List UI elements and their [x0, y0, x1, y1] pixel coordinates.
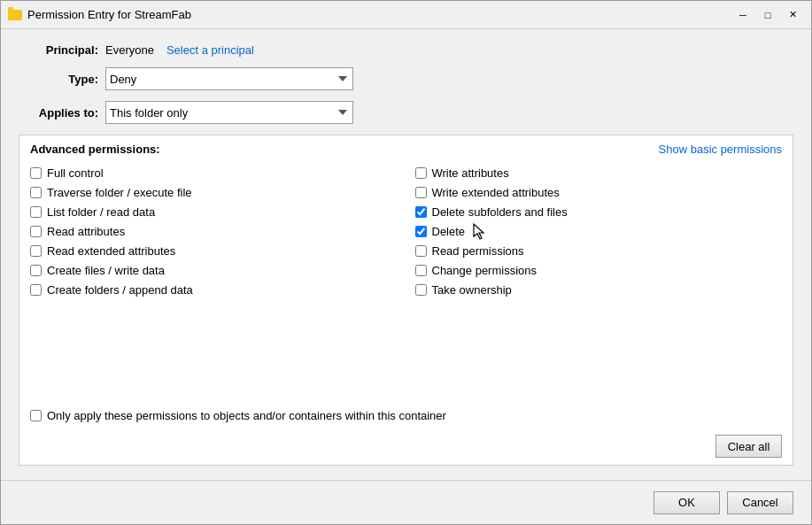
cancel-button[interactable]: Cancel [727, 491, 793, 514]
applies-to-select[interactable]: This folder only This folder, subfolders… [105, 101, 353, 124]
label-create-folders: Create folders / append data [47, 283, 193, 297]
checkbox-create-folders[interactable] [30, 284, 42, 296]
perm-row-create-files: Create files / write data [30, 260, 398, 280]
only-apply-label: Only apply these permissions to objects … [47, 409, 446, 422]
label-list-folder: List folder / read data [47, 205, 155, 219]
checkbox-traverse[interactable] [30, 187, 42, 198]
perm-row-read-extended: Read extended attributes [30, 241, 398, 260]
checkbox-write-extended[interactable] [415, 187, 427, 198]
advanced-title: Advanced permissions: [30, 143, 160, 156]
title-bar-controls: ─ □ ✕ [731, 5, 804, 25]
perm-row-write-attributes: Write attributes [415, 163, 783, 182]
checkbox-take-ownership[interactable] [415, 284, 427, 296]
label-change-perms: Change permissions [432, 264, 537, 277]
checkbox-create-files[interactable] [30, 265, 42, 276]
label-take-ownership: Take ownership [432, 283, 512, 297]
label-read-perms: Read permissions [432, 244, 524, 258]
cursor-icon [472, 222, 490, 240]
only-apply-row: Only apply these permissions to objects … [19, 402, 793, 431]
maximize-button[interactable]: □ [756, 5, 779, 25]
perm-row-take-ownership: Take ownership [415, 280, 783, 299]
minimize-button[interactable]: ─ [731, 5, 754, 25]
applies-to-row: Applies to: This folder only This folder… [19, 101, 793, 124]
principal-label: Principal: [19, 43, 98, 57]
perm-row-change-perms: Change permissions [415, 260, 783, 280]
perm-row-write-extended: Write extended attributes [415, 182, 783, 202]
title-bar-title: Permission Entry for StreamFab [27, 8, 731, 21]
checkbox-read-extended[interactable] [30, 245, 42, 257]
checkbox-delete[interactable] [415, 226, 427, 237]
principal-row: Principal: Everyone Select a principal [19, 43, 793, 57]
checkbox-full-control[interactable] [30, 167, 42, 179]
perm-row-delete-subfolders: Delete subfolders and files [415, 202, 783, 221]
permissions-left-col: Full control Traverse folder / execute f… [30, 163, 398, 391]
perm-row-read-perms: Read permissions [415, 241, 783, 260]
type-label: Type: [19, 73, 98, 86]
perm-row-delete: Delete [415, 221, 783, 241]
perm-row-create-folders: Create folders / append data [30, 280, 398, 299]
clear-all-button[interactable]: Clear all [715, 435, 782, 458]
dialog-content: Principal: Everyone Select a principal T… [1, 29, 811, 480]
checkbox-read-perms[interactable] [415, 245, 427, 257]
close-button[interactable]: ✕ [781, 5, 804, 25]
checkbox-delete-subfolders[interactable] [415, 206, 427, 218]
ok-button[interactable]: OK [653, 491, 720, 514]
label-write-extended: Write extended attributes [432, 186, 560, 199]
type-select[interactable]: Deny Allow [105, 67, 353, 90]
label-delete: Delete [432, 222, 491, 240]
label-full-control: Full control [47, 166, 104, 180]
checkbox-change-perms[interactable] [415, 265, 427, 276]
perm-row-full-control: Full control [30, 163, 398, 182]
permissions-right-col: Write attributes Write extended attribut… [415, 163, 783, 391]
checkbox-only-apply[interactable] [30, 410, 42, 421]
perm-row-traverse: Traverse folder / execute file [30, 182, 398, 202]
checkbox-list-folder[interactable] [30, 206, 42, 218]
show-basic-link[interactable]: Show basic permissions [659, 143, 782, 156]
title-bar: Permission Entry for StreamFab ─ □ ✕ [1, 1, 811, 29]
perm-row-list-folder: List folder / read data [30, 202, 398, 221]
clear-all-area: Clear all [19, 431, 793, 465]
label-delete-subfolders: Delete subfolders and files [432, 205, 568, 219]
permissions-grid: Full control Traverse folder / execute f… [19, 159, 793, 402]
select-principal-link[interactable]: Select a principal [166, 43, 254, 57]
title-bar-icon [8, 10, 22, 20]
checkbox-write-attributes[interactable] [415, 167, 427, 179]
delete-text: Delete [432, 225, 466, 238]
checkbox-read-attributes[interactable] [30, 226, 42, 237]
svg-marker-0 [474, 224, 483, 239]
label-write-attributes: Write attributes [432, 166, 509, 180]
type-row: Type: Deny Allow [19, 67, 793, 90]
perm-row-read-attributes: Read attributes [30, 221, 398, 241]
principal-value: Everyone [105, 43, 154, 57]
permission-entry-dialog: Permission Entry for StreamFab ─ □ ✕ Pri… [0, 0, 812, 525]
label-traverse: Traverse folder / execute file [47, 186, 192, 199]
label-read-extended: Read extended attributes [47, 244, 175, 258]
advanced-section: Advanced permissions: Show basic permiss… [19, 135, 793, 466]
label-create-files: Create files / write data [47, 264, 165, 277]
advanced-header: Advanced permissions: Show basic permiss… [19, 135, 793, 159]
applies-to-label: Applies to: [19, 106, 98, 120]
label-read-attributes: Read attributes [47, 225, 125, 238]
dialog-footer: OK Cancel [1, 480, 811, 524]
